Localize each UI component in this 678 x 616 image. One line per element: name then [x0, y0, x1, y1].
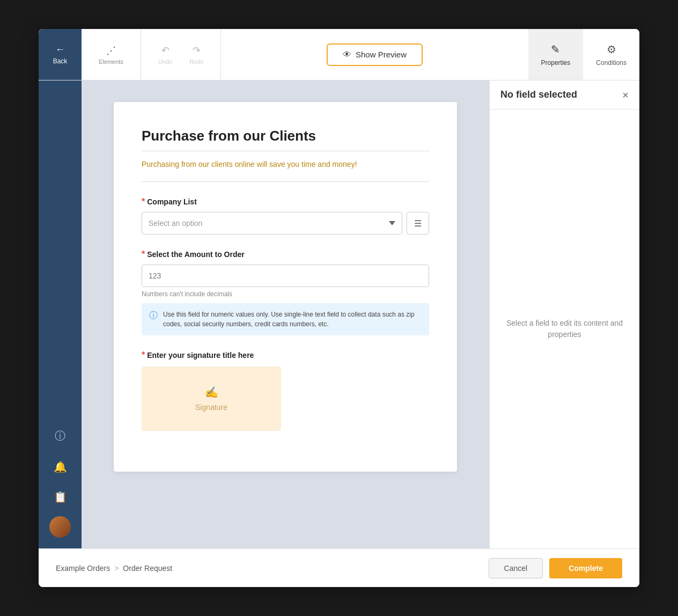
form-title: Purchase from our Clients: [142, 128, 429, 144]
eye-icon: 👁: [343, 50, 351, 60]
signature-title: * Enter your signature title here: [142, 350, 429, 360]
amount-field: * Select the Amount to Order Numbers can…: [142, 250, 429, 335]
clipboard-icon[interactable]: 📋: [49, 486, 71, 508]
show-preview-label: Show Preview: [356, 50, 407, 59]
info-text: Use this field for numeric values only. …: [163, 310, 422, 329]
signature-label: Signature: [195, 403, 227, 412]
grid-icon: ⋰: [106, 45, 116, 56]
conditions-icon: ⚙: [607, 43, 616, 56]
right-panel: No field selected × Select a field to ed…: [489, 80, 639, 548]
form-subtitle: Purchasing from our clients online will …: [142, 160, 429, 168]
company-list-select[interactable]: Select an option: [142, 212, 402, 234]
complete-button[interactable]: Complete: [549, 558, 622, 578]
conditions-tab[interactable]: ⚙ Conditions: [583, 29, 639, 80]
subtitle-divider: [142, 181, 429, 182]
back-label: Back: [53, 57, 68, 65]
redo-button[interactable]: ↷ Redo: [183, 40, 210, 69]
list-icon: ☰: [414, 218, 422, 229]
canvas-area: Purchase from our Clients Purchasing fro…: [82, 80, 489, 548]
properties-icon: ✎: [551, 43, 560, 56]
info-icon: ⓘ: [149, 310, 158, 321]
elements-label: Elements: [99, 58, 123, 65]
bottom-actions: Cancel Complete: [489, 558, 622, 578]
select-row: Select an option ☰: [142, 212, 429, 234]
required-star-sig: *: [142, 350, 145, 360]
pen-icon: ✍: [205, 386, 218, 399]
main-area: ⓘ 🔔 📋 Purchase from our Clients Purchasi…: [39, 80, 639, 548]
back-arrow-icon: ←: [55, 44, 65, 55]
required-star-amount: *: [142, 250, 145, 259]
undo-button[interactable]: ↶ Undo: [152, 40, 179, 69]
amount-input[interactable]: [142, 265, 429, 287]
amount-hint: Numbers can't include decimals: [142, 290, 429, 298]
properties-tab[interactable]: ✎ Properties: [528, 29, 584, 80]
info-box: ⓘ Use this field for numeric values only…: [142, 303, 429, 335]
toolbar-right: ✎ Properties ⚙ Conditions: [528, 29, 639, 80]
undo-icon: ↶: [161, 45, 170, 56]
breadcrumb-item-1: Example Orders: [56, 564, 110, 573]
elements-section: ⋰ Elements: [82, 29, 141, 80]
title-divider: [142, 151, 429, 151]
show-preview-button[interactable]: 👁 Show Preview: [327, 43, 423, 66]
required-star-company: *: [142, 197, 145, 207]
close-button[interactable]: ×: [622, 90, 629, 100]
undo-label: Undo: [158, 58, 172, 65]
signature-field: * Enter your signature title here ✍ Sign…: [142, 350, 429, 431]
properties-label: Properties: [541, 59, 571, 67]
bell-icon[interactable]: 🔔: [49, 456, 71, 478]
panel-placeholder: Select a field to edit its content and p…: [500, 318, 629, 340]
toolbar-center: 👁 Show Preview: [221, 43, 528, 66]
toolbar: ← Back ⋰ Elements ↶ Undo ↷ Redo 👁 Show: [39, 29, 639, 80]
avatar[interactable]: [49, 516, 71, 538]
amount-label: * Select the Amount to Order: [142, 250, 429, 259]
panel-title: No field selected: [500, 89, 577, 100]
list-icon-button[interactable]: ☰: [407, 212, 429, 234]
breadcrumb-separator: >: [114, 564, 119, 573]
form-card: Purchase from our Clients Purchasing fro…: [114, 102, 457, 472]
company-list-label: * Company List: [142, 197, 429, 207]
conditions-label: Conditions: [596, 59, 627, 67]
back-button[interactable]: ← Back: [53, 44, 68, 65]
breadcrumb: Example Orders > Order Request: [56, 564, 172, 573]
sidebar-top: ← Back: [39, 29, 82, 80]
breadcrumb-item-2: Order Request: [123, 564, 172, 573]
redo-icon: ↷: [193, 45, 201, 56]
signature-box[interactable]: ✍ Signature: [142, 366, 281, 431]
panel-body: Select a field to edit its content and p…: [490, 109, 639, 548]
elements-button[interactable]: ⋰ Elements: [92, 40, 130, 69]
left-sidebar: ⓘ 🔔 📋: [39, 80, 82, 548]
company-list-field: * Company List Select an option ☰: [142, 197, 429, 234]
panel-header: No field selected ×: [490, 80, 639, 109]
bottom-bar: Example Orders > Order Request Cancel Co…: [39, 548, 639, 587]
cancel-button[interactable]: Cancel: [489, 558, 543, 578]
redo-label: Redo: [189, 58, 203, 65]
help-icon[interactable]: ⓘ: [50, 424, 70, 448]
undo-redo-section: ↶ Undo ↷ Redo: [141, 29, 222, 80]
